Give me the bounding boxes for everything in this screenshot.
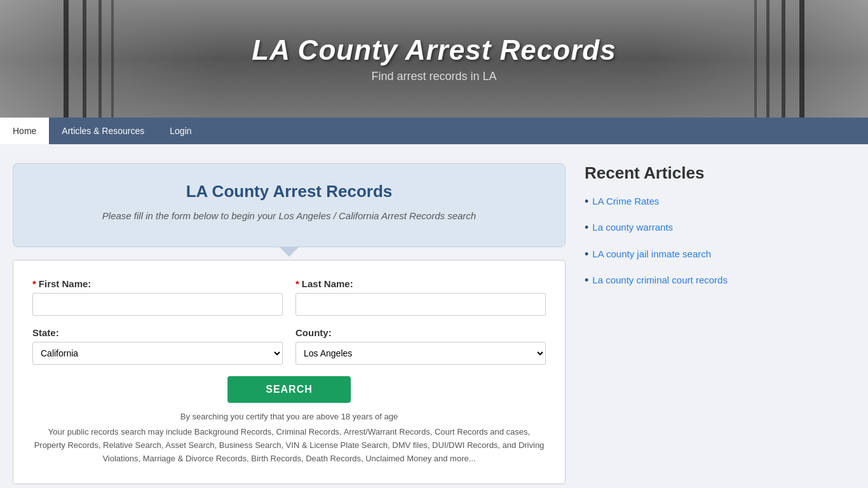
county-select[interactable]: Los Angeles San Diego Orange Riverside S… bbox=[295, 342, 546, 365]
main-content: LA County Arrest Records Please fill in … bbox=[13, 163, 566, 484]
last-name-group: *Last Name: bbox=[295, 278, 546, 316]
list-item: • LA Crime Rates bbox=[585, 194, 763, 209]
first-name-group: *First Name: bbox=[32, 278, 283, 316]
first-name-input[interactable] bbox=[32, 293, 283, 316]
last-name-input[interactable] bbox=[295, 293, 546, 316]
sidebar: Recent Articles • LA Crime Rates • La co… bbox=[585, 163, 763, 484]
bar-6 bbox=[782, 0, 785, 118]
article-link-jail-inmate-search[interactable]: LA county jail inmate search bbox=[592, 247, 711, 261]
nav-articles[interactable]: Articles & Resources bbox=[49, 118, 157, 144]
search-button[interactable]: SEARCH bbox=[227, 376, 351, 403]
article-link-la-crime-rates[interactable]: LA Crime Rates bbox=[592, 194, 659, 208]
bar-8 bbox=[754, 0, 757, 118]
bullet-icon-3: • bbox=[585, 247, 588, 262]
name-row: *First Name: *Last Name: bbox=[32, 278, 546, 316]
page-container: LA County Arrest Records Please fill in … bbox=[0, 144, 868, 488]
bar-5 bbox=[799, 0, 804, 118]
last-name-required: * bbox=[295, 278, 299, 289]
site-subtitle: Find arrest records in LA bbox=[252, 70, 616, 83]
age-disclaimer: By searching you certify that you are ab… bbox=[32, 410, 546, 424]
site-title: LA County Arrest Records bbox=[252, 34, 616, 66]
list-item: • LA county jail inmate search bbox=[585, 247, 763, 262]
nav-login[interactable]: Login bbox=[157, 118, 204, 144]
info-card-description: Please fill in the form below to begin y… bbox=[39, 209, 539, 224]
disclaimer-section: By searching you certify that you are ab… bbox=[32, 410, 546, 466]
list-item: • La county criminal court records bbox=[585, 273, 763, 288]
location-row: State: California Alabama Alaska Arizona… bbox=[32, 327, 546, 365]
header-content: LA County Arrest Records Find arrest rec… bbox=[252, 34, 616, 83]
site-header: LA County Arrest Records Find arrest rec… bbox=[0, 0, 868, 118]
bullet-icon-2: • bbox=[585, 220, 588, 235]
bullet-icon-4: • bbox=[585, 273, 588, 288]
main-nav: Home Articles & Resources Login bbox=[0, 118, 868, 144]
county-label: County: bbox=[295, 327, 546, 338]
first-name-label: *First Name: bbox=[32, 278, 283, 289]
search-form: *First Name: *Last Name: State: Californ… bbox=[13, 260, 566, 484]
article-link-la-county-warrants[interactable]: La county warrants bbox=[592, 220, 673, 234]
nav-home[interactable]: Home bbox=[0, 118, 49, 144]
state-label: State: bbox=[32, 327, 283, 338]
article-link-criminal-court[interactable]: La county criminal court records bbox=[592, 273, 728, 287]
bullet-icon-1: • bbox=[585, 194, 588, 209]
header-right-bg bbox=[652, 0, 868, 118]
bar-3 bbox=[98, 0, 102, 118]
article-list: • LA Crime Rates • La county warrants • … bbox=[585, 194, 763, 288]
state-group: State: California Alabama Alaska Arizona… bbox=[32, 327, 283, 365]
first-name-required: * bbox=[32, 278, 36, 289]
bar-1 bbox=[64, 0, 69, 118]
county-group: County: Los Angeles San Diego Orange Riv… bbox=[295, 327, 546, 365]
last-name-label: *Last Name: bbox=[295, 278, 546, 289]
bar-7 bbox=[766, 0, 770, 118]
header-left-bg bbox=[0, 0, 216, 118]
bar-4 bbox=[111, 0, 114, 118]
search-button-row: SEARCH bbox=[32, 376, 546, 403]
list-item: • La county warrants bbox=[585, 220, 763, 235]
info-card-title: LA County Arrest Records bbox=[39, 182, 539, 201]
records-disclaimer: Your public records search may include B… bbox=[32, 426, 546, 465]
info-card: LA County Arrest Records Please fill in … bbox=[13, 163, 566, 247]
recent-articles-title: Recent Articles bbox=[585, 163, 763, 183]
bar-2 bbox=[83, 0, 86, 118]
state-select[interactable]: California Alabama Alaska Arizona Arkans… bbox=[32, 342, 283, 365]
